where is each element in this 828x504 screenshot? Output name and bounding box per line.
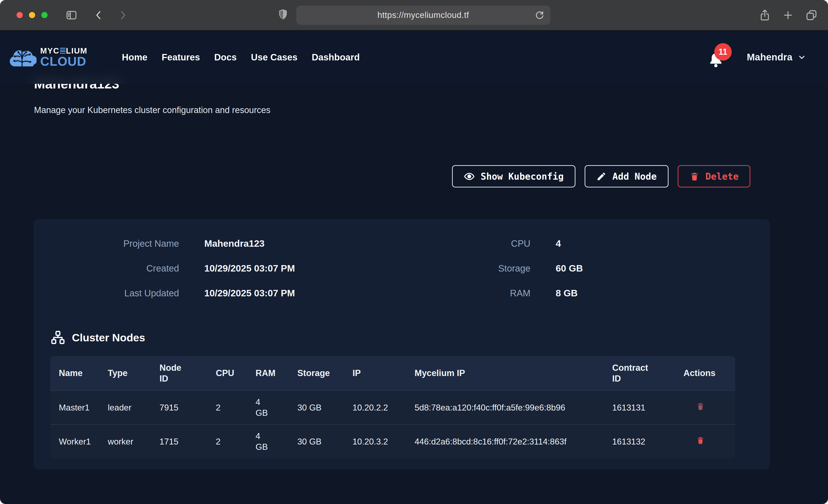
trash-icon bbox=[696, 436, 705, 445]
delete-cluster-button[interactable]: Delete bbox=[678, 165, 751, 187]
notification-badge: 11 bbox=[714, 43, 732, 60]
tab-overview-icon[interactable] bbox=[805, 9, 818, 21]
col-header-type: Type bbox=[108, 356, 160, 390]
cell-mycelium-ip: 446:d2a6:8bcd:8c16:ff0f:72e2:3114:863f bbox=[415, 424, 612, 458]
nav-docs[interactable]: Docs bbox=[214, 52, 237, 62]
nav-features[interactable]: Features bbox=[162, 52, 200, 62]
main-nav: Home Features Docs Use Cases Dashboard bbox=[122, 52, 360, 62]
cell-storage: 30 GB bbox=[297, 424, 353, 458]
cell-type: leader bbox=[108, 390, 160, 424]
detail-value-project-name: Mahendra123 bbox=[204, 238, 402, 249]
col-header-mycelium-ip: Mycelium IP bbox=[415, 356, 612, 390]
cell-cpu: 2 bbox=[216, 424, 255, 458]
forward-icon[interactable] bbox=[117, 10, 128, 20]
url-text: https://myceliumcloud.tf bbox=[377, 10, 469, 20]
cell-actions bbox=[684, 424, 735, 458]
detail-value-storage: 60 GB bbox=[556, 262, 753, 274]
delete-node-button[interactable] bbox=[696, 436, 705, 445]
cell-ip: 10.20.3.2 bbox=[353, 424, 415, 458]
site-header: MYCLIUM CLOUD Home Features Docs Use Cas… bbox=[0, 31, 828, 84]
cloud-logo-icon bbox=[8, 46, 37, 68]
cluster-nodes-table: Name Type Node ID CPU RAM Storage IP Myc… bbox=[50, 356, 735, 458]
cell-type: worker bbox=[108, 424, 160, 458]
cell-ram: 4 GB bbox=[255, 390, 297, 424]
notifications-button[interactable]: 11 bbox=[708, 45, 727, 70]
detail-label: Last Updated bbox=[50, 287, 179, 299]
cell-mycelium-ip: 5d8:78ea:a120:f40c:ff0f:a5fe:99e6:8b96 bbox=[415, 390, 612, 424]
cell-cpu: 2 bbox=[216, 390, 255, 424]
nav-use-cases[interactable]: Use Cases bbox=[251, 52, 297, 62]
detail-label: CPU bbox=[402, 238, 530, 249]
nav-dashboard[interactable]: Dashboard bbox=[312, 52, 360, 62]
detail-label: Created bbox=[50, 262, 179, 274]
table-row-master1: Master1 leader 7915 2 4 GB 30 GB 10.20.2… bbox=[50, 390, 735, 424]
eye-icon bbox=[464, 171, 475, 182]
cell-name: Master1 bbox=[50, 390, 108, 424]
browser-chrome: https://myceliumcloud.tf bbox=[0, 0, 828, 31]
window-controls bbox=[16, 12, 48, 18]
browser-window: https://myceliumcloud.tf bbox=[0, 0, 828, 504]
table-header-row: Name Type Node ID CPU RAM Storage IP Myc… bbox=[50, 356, 735, 390]
address-bar[interactable]: https://myceliumcloud.tf bbox=[296, 5, 550, 25]
reload-icon[interactable] bbox=[535, 10, 544, 20]
detail-value-ram: 8 GB bbox=[556, 287, 753, 299]
detail-value-cpu: 4 bbox=[556, 238, 753, 249]
cell-node-id: 1715 bbox=[160, 424, 216, 458]
new-tab-icon[interactable] bbox=[783, 10, 793, 21]
cell-actions bbox=[684, 390, 735, 424]
cluster-details-card: Project Name Mahendra123 Created 10/29/2… bbox=[34, 220, 770, 469]
detail-label: Project Name bbox=[50, 238, 179, 249]
page-subtitle: Manage your Kubernetes cluster configura… bbox=[34, 104, 794, 116]
sitemap-icon bbox=[50, 330, 66, 345]
delete-node-button-disabled[interactable] bbox=[696, 402, 705, 411]
cell-ip: 10.20.2.2 bbox=[353, 390, 415, 424]
share-icon[interactable] bbox=[759, 9, 771, 22]
user-menu[interactable]: Mahendra bbox=[747, 52, 806, 63]
logo-e-bars bbox=[60, 48, 66, 54]
cell-contract-id: 1613131 bbox=[612, 390, 684, 424]
mycelium-cloud-logo[interactable]: MYCLIUM CLOUD bbox=[8, 46, 87, 68]
page-content: MYCLIUM CLOUD Home Features Docs Use Cas… bbox=[0, 31, 828, 504]
col-header-cpu: CPU bbox=[216, 356, 255, 390]
col-header-node-id: Node ID bbox=[160, 356, 216, 390]
col-header-contract-id: Contract ID bbox=[612, 356, 684, 390]
chevron-down-icon bbox=[797, 53, 806, 61]
user-name: Mahendra bbox=[747, 52, 792, 63]
sidebar-toggle-icon[interactable] bbox=[66, 9, 77, 21]
cell-ram: 4 GB bbox=[255, 424, 297, 458]
detail-label: RAM bbox=[402, 287, 530, 299]
trash-icon bbox=[696, 402, 705, 411]
section-title: Cluster Nodes bbox=[72, 331, 145, 344]
cluster-nodes-header: Cluster Nodes bbox=[50, 330, 753, 345]
detail-value-last-updated: 10/29/2025 03:07 PM bbox=[204, 287, 402, 299]
cell-name: Worker1 bbox=[50, 424, 108, 458]
logo-wordmark: MYCLIUM CLOUD bbox=[40, 47, 87, 68]
zoom-window-button[interactable] bbox=[41, 12, 48, 18]
add-node-button[interactable]: Add Node bbox=[585, 165, 668, 187]
privacy-shield-icon[interactable] bbox=[278, 9, 288, 22]
cell-contract-id: 1613132 bbox=[612, 424, 684, 458]
cell-node-id: 7915 bbox=[160, 390, 216, 424]
back-icon[interactable] bbox=[93, 10, 104, 20]
trash-icon bbox=[690, 171, 700, 181]
nav-home[interactable]: Home bbox=[122, 52, 147, 62]
minimize-window-button[interactable] bbox=[29, 12, 35, 18]
col-header-ip: IP bbox=[353, 356, 415, 390]
cell-storage: 30 GB bbox=[297, 390, 353, 424]
cluster-actions: Show Kubeconfig Add Node Delete bbox=[34, 165, 794, 187]
detail-value-created: 10/29/2025 03:07 PM bbox=[204, 262, 402, 274]
detail-label: Storage bbox=[402, 262, 530, 274]
pencil-icon bbox=[596, 171, 607, 181]
cluster-details: Project Name Mahendra123 Created 10/29/2… bbox=[50, 238, 753, 299]
col-header-ram: RAM bbox=[255, 356, 297, 390]
col-header-storage: Storage bbox=[297, 356, 353, 390]
close-window-button[interactable] bbox=[16, 12, 23, 18]
table-row-worker1: Worker1 worker 1715 2 4 GB 30 GB 10.20.3… bbox=[50, 424, 735, 458]
col-header-actions: Actions bbox=[684, 356, 735, 390]
col-header-name: Name bbox=[50, 356, 108, 390]
show-kubeconfig-button[interactable]: Show Kubeconfig bbox=[452, 165, 575, 187]
